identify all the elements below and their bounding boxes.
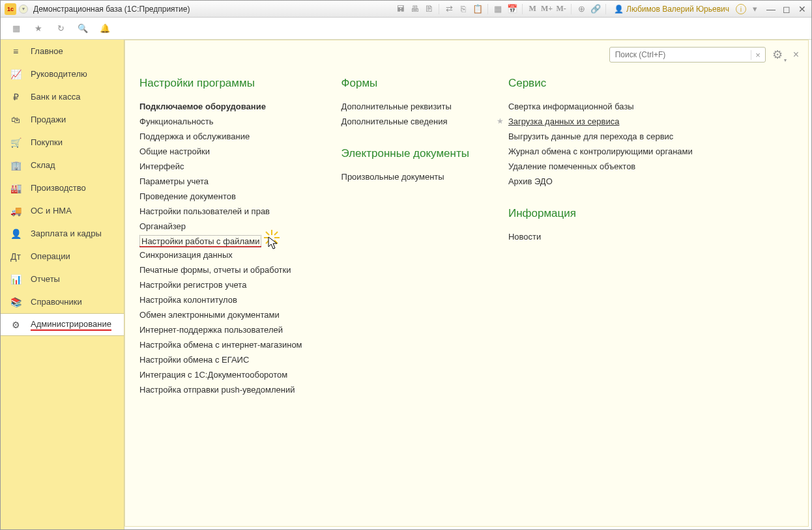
sidebar-item-0[interactable]: ≡Главное [1, 40, 124, 63]
settings-link[interactable]: Свертка информационной базы [508, 102, 634, 111]
close-panel-icon[interactable]: × [793, 49, 799, 61]
nav-icon: ₽ [10, 92, 22, 102]
link-item: Настройки пользователей и прав [139, 204, 302, 219]
settings-link[interactable]: Обмен электронными документами [139, 310, 280, 320]
save-icon[interactable]: 🖬 [394, 3, 406, 15]
sidebar-item-2[interactable]: ₽Банк и касса [1, 85, 124, 108]
column-heading: Настройки программы [139, 77, 302, 90]
print-icon[interactable]: 🖶 [409, 3, 420, 15]
sidebar-item-1[interactable]: 📈Руководителю [1, 63, 124, 85]
sidebar-item-10[interactable]: 📊Отчеты [1, 268, 124, 290]
settings-link[interactable]: Функциональность [139, 117, 214, 126]
maximize-button[interactable]: ◻ [781, 5, 792, 14]
settings-link[interactable]: Произвольные документы [341, 172, 444, 182]
search-box[interactable]: × [609, 47, 766, 63]
link-item: Печатные формы, отчеты и обработки [139, 262, 302, 277]
column-2: СервисСвертка информационной базыЗагрузк… [508, 77, 693, 397]
settings-link[interactable]: Настройки обмена с ЕГАИС [139, 355, 249, 365]
user-icon: 👤 [614, 5, 624, 14]
nav-icon: ≡ [10, 46, 22, 57]
copy-icon[interactable]: ⎘ [457, 3, 469, 15]
settings-link[interactable]: Дополнительные сведения [341, 117, 448, 126]
link-item: Настройки обмена с ЕГАИС [139, 352, 302, 367]
settings-link[interactable]: Интерфейс [139, 161, 184, 171]
sidebar-item-9[interactable]: ДтОперации [1, 245, 124, 268]
settings-link[interactable]: Печатные формы, отчеты и обработки [139, 265, 291, 275]
close-button[interactable]: ✕ [797, 5, 807, 14]
user-name: Любимов Валерий Юрьевич [626, 5, 729, 14]
sidebar-item-3[interactable]: 🛍Продажи [1, 108, 124, 131]
window-controls: — ◻ ✕ [766, 5, 807, 14]
sidebar-item-8[interactable]: 👤Зарплата и кадры [1, 222, 124, 245]
nav-label: Продажи [31, 115, 66, 124]
m-plus-button[interactable]: M+ [541, 3, 553, 15]
settings-link[interactable]: Выгрузить данные для перехода в сервис [508, 132, 673, 141]
settings-link[interactable]: Журнал обмена с контролирующими органами [508, 146, 693, 156]
titlebar-dropdown-icon[interactable]: ▾ [19, 5, 28, 14]
calc-icon[interactable]: ▦ [492, 3, 504, 15]
column-heading: Сервис [508, 77, 693, 90]
star-icon[interactable]: ★ [32, 22, 45, 35]
sidebar-item-5[interactable]: 🏢Склад [1, 154, 124, 176]
column-heading: Электронные документы [341, 147, 469, 160]
sidebar-item-12[interactable]: ⚙Администрирование [1, 313, 124, 336]
settings-columns: Настройки программыПодключаемое оборудов… [139, 77, 794, 397]
nav-label: Операции [31, 251, 70, 261]
settings-link[interactable]: Настройка отправки push-уведомлений [139, 385, 295, 395]
apps-grid-icon[interactable]: ▦ [10, 22, 23, 35]
settings-link[interactable]: Интернет-поддержка пользователей [139, 325, 283, 335]
settings-link[interactable]: Поддержка и обслуживание [139, 132, 250, 141]
user-badge[interactable]: 👤 Любимов Валерий Юрьевич [614, 5, 729, 14]
nav-label: Главное [31, 46, 63, 56]
settings-link[interactable]: Настройки работы с файлами [139, 235, 261, 247]
search-icon[interactable]: 🔍 [76, 22, 89, 35]
sidebar-item-4[interactable]: 🛒Покупки [1, 131, 124, 154]
preview-icon[interactable]: 🖹 [423, 3, 435, 15]
dropdown-icon[interactable]: ▾ [749, 3, 761, 15]
main-toolbar: × ⚙ × [609, 47, 799, 63]
help-icon[interactable]: i [736, 4, 746, 14]
nav-label: Справочники [31, 297, 82, 307]
nav-label: Покупки [31, 137, 63, 147]
settings-link[interactable]: Дополнительные реквизиты [341, 102, 452, 111]
settings-link[interactable]: Проведение документов [139, 191, 236, 201]
bell-icon[interactable]: 🔔 [98, 22, 111, 35]
settings-link[interactable]: Органайзер [139, 221, 186, 231]
settings-link[interactable]: Удаление помеченных объектов [508, 161, 635, 171]
settings-link[interactable]: Параметры учета [139, 176, 209, 186]
settings-link[interactable]: Подключаемое оборудование [139, 102, 266, 111]
settings-link[interactable]: Настройки регистров учета [139, 280, 246, 290]
sidebar-item-7[interactable]: 🚚ОС и НМА [1, 199, 124, 222]
gear-icon[interactable]: ⚙ [772, 48, 783, 62]
settings-link[interactable]: Интеграция с 1С:Документооборотом [139, 370, 287, 380]
settings-link[interactable]: Настройки пользователей и прав [139, 206, 270, 216]
history-icon[interactable]: ↻ [54, 22, 67, 35]
settings-link[interactable]: Синхронизация данных [139, 250, 233, 260]
settings-link[interactable]: Новости [508, 232, 541, 242]
minimize-button[interactable]: — [766, 5, 776, 14]
sidebar-item-6[interactable]: 🏭Производство [1, 176, 124, 199]
compare-icon[interactable]: ⇄ [443, 3, 455, 15]
link-item: Интеграция с 1С:Документооборотом [139, 367, 302, 382]
sidebar-item-11[interactable]: 📚Справочники [1, 290, 124, 313]
settings-link[interactable]: Общие настройки [139, 146, 210, 156]
settings-link[interactable]: Загрузка данных из сервиса [508, 117, 620, 126]
app-logo-icon: 1c [5, 3, 16, 15]
m-minus-button[interactable]: M- [555, 3, 567, 15]
nav-label: ОС и НМА [31, 206, 72, 216]
calendar-icon[interactable]: 📅 [506, 3, 518, 15]
m-button[interactable]: M [527, 3, 538, 15]
link-item: Синхронизация данных [139, 247, 302, 262]
link-item: Загрузка данных из сервиса [508, 114, 693, 129]
nav-icon: Дт [10, 251, 22, 262]
clear-search-icon[interactable]: × [751, 50, 765, 60]
search-input[interactable] [610, 50, 751, 59]
paste-icon[interactable]: 📋 [472, 3, 484, 15]
link-item: Общие настройки [139, 144, 302, 159]
settings-link[interactable]: Настройка обмена с интернет-магазином [139, 340, 302, 350]
link-icon[interactable]: 🔗 [590, 3, 602, 15]
settings-link[interactable]: Настройка колонтитулов [139, 295, 237, 305]
link-item: Выгрузить данные для перехода в сервис [508, 129, 693, 144]
settings-link[interactable]: Архив ЭДО [508, 176, 553, 186]
zoom-icon[interactable]: ⊕ [575, 3, 587, 15]
